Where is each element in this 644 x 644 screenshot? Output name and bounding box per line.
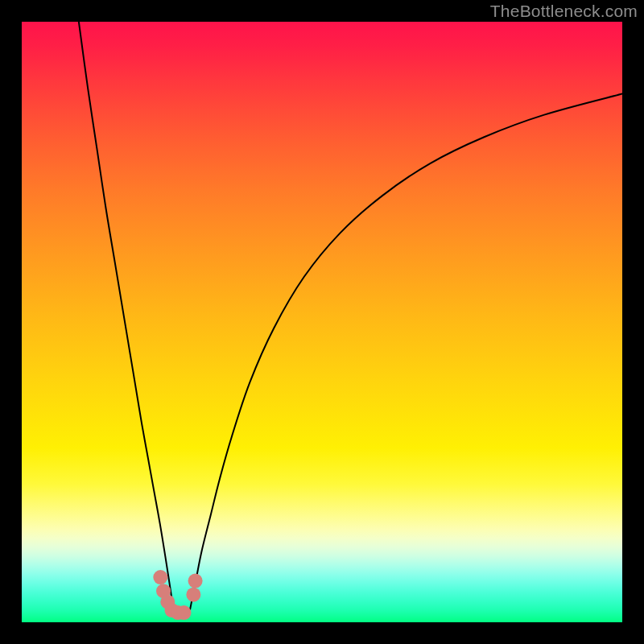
curve-right-curve	[190, 94, 622, 611]
curve-left-curve	[79, 22, 173, 607]
marker-group	[153, 570, 202, 620]
marker-dot	[188, 574, 203, 588]
curve-group	[79, 22, 622, 610]
marker-dot	[176, 605, 191, 620]
outer-frame: TheBottleneck.com	[0, 0, 644, 644]
chart-svg	[22, 22, 622, 622]
marker-dot	[153, 570, 167, 584]
marker-dot	[186, 588, 200, 602]
plot-area	[22, 22, 622, 622]
watermark-text: TheBottleneck.com	[490, 2, 638, 21]
